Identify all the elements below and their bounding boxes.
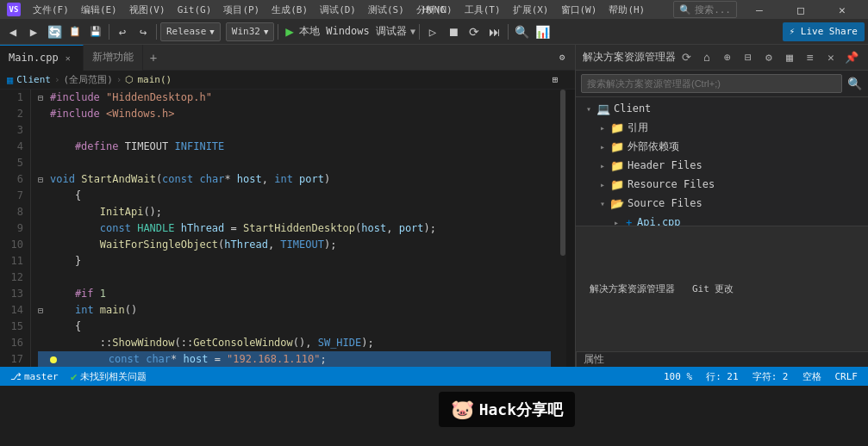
scrollbar-thumb[interactable] bbox=[560, 90, 565, 256]
tb-icon-1[interactable]: 🔄 bbox=[45, 22, 64, 41]
status-line[interactable]: 行: 21 bbox=[703, 367, 742, 386]
solution-tree[interactable]: ▾💻Client▸📁引用▸📁外部依赖项▸📁Header Files▸📁Resou… bbox=[576, 97, 868, 226]
token-fn: StartHiddenDesktop bbox=[243, 220, 355, 237]
panel-btn-add[interactable]: ⊕ bbox=[718, 48, 737, 67]
fold-icon-6[interactable]: ⊟ bbox=[38, 171, 48, 188]
breadcrumb-scope[interactable]: (全局范围) bbox=[64, 73, 113, 86]
run-dropdown[interactable]: ▼ bbox=[410, 27, 415, 36]
fold-icon-14[interactable]: ⊟ bbox=[38, 302, 48, 319]
tb-forward[interactable]: ▶ bbox=[24, 22, 43, 41]
status-ok-btn[interactable]: ✔ 未找到相关问题 bbox=[67, 367, 150, 386]
line-num-17: 17 bbox=[3, 351, 23, 367]
panel-header-actions: ⟳ ⌂ ⊕ ⊟ ⚙ ▦ ≡ ✕ 📌 bbox=[677, 48, 861, 67]
menu-编辑(E)[interactable]: 编辑(E) bbox=[76, 0, 122, 19]
breadcrumb-expand[interactable]: ⊞ bbox=[546, 71, 565, 90]
solution-bottom-tabs: 解决方案资源管理器 Git 更改 bbox=[576, 226, 868, 351]
zoom-level[interactable]: 100 % bbox=[660, 367, 696, 386]
tb-icon-9[interactable]: 📊 bbox=[533, 22, 552, 41]
panel-btn-collapse[interactable]: ⊟ bbox=[739, 48, 758, 67]
menu-测试(S)[interactable]: 测试(S) bbox=[363, 0, 409, 19]
tb-back[interactable]: ◀ bbox=[3, 22, 22, 41]
tree-item-headers[interactable]: ▸📁Header Files bbox=[576, 156, 868, 175]
minimap[interactable] bbox=[566, 90, 575, 367]
editor-scrollbar[interactable] bbox=[558, 90, 566, 367]
token-kw: const bbox=[162, 171, 193, 188]
tb-redo[interactable]: ↪ bbox=[134, 22, 153, 41]
menu-Git(G)[interactable]: Git(G) bbox=[172, 0, 217, 19]
chevron-headers[interactable]: ▸ bbox=[596, 159, 609, 171]
tab-new-features[interactable]: 新增功能 bbox=[84, 45, 143, 71]
menu-生成(B)[interactable]: 生成(B) bbox=[266, 0, 313, 19]
tree-item-api[interactable]: ▸＋Api.cpp bbox=[576, 213, 868, 226]
chevron-api[interactable]: ▸ bbox=[610, 216, 622, 226]
chevron-resources[interactable]: ▸ bbox=[596, 178, 609, 190]
git-branch-btn[interactable]: ⎇ master bbox=[7, 367, 62, 386]
panel-btn-sync[interactable]: ⟳ bbox=[677, 48, 696, 67]
tab-solution-explorer[interactable]: 解决方案资源管理器 bbox=[583, 281, 682, 297]
code-area[interactable]: ⊟ #include "HiddenDesktop.h"#include <Wi… bbox=[31, 90, 558, 367]
chevron-source[interactable]: ▾ bbox=[596, 197, 609, 209]
code-editor[interactable]: 12345678910111213141516171819202122 ⊟ #i… bbox=[0, 90, 575, 367]
tab-git-changes[interactable]: Git 更改 bbox=[685, 281, 741, 297]
token-op: ( bbox=[156, 171, 162, 188]
menu-调试(D)[interactable]: 调试(D) bbox=[315, 0, 361, 19]
breadcrumb-fn[interactable]: main() bbox=[137, 74, 172, 85]
menu-文件(F)[interactable]: 文件(F) bbox=[28, 0, 74, 19]
solution-search-input[interactable] bbox=[581, 74, 842, 93]
tb-icon-5[interactable]: ⏹ bbox=[444, 22, 463, 41]
git-icon: ⎇ bbox=[10, 371, 22, 382]
tree-item-extern[interactable]: ▸📁外部依赖项 bbox=[576, 137, 868, 156]
tb-icon-7[interactable]: ⏭ bbox=[485, 22, 504, 41]
chevron-client[interactable]: ▾ bbox=[583, 102, 595, 115]
tb-icon-4[interactable]: ▷ bbox=[423, 22, 442, 41]
panel-btn-filter[interactable]: ▦ bbox=[780, 48, 799, 67]
tree-item-resources[interactable]: ▸📁Resource Files bbox=[576, 175, 868, 194]
search-icon-btn[interactable]: 🔍 bbox=[846, 75, 863, 92]
breadcrumb-client[interactable]: Client bbox=[16, 74, 51, 85]
line-num-11: 11 bbox=[3, 253, 23, 269]
panel-btn-settings[interactable]: ⚙ bbox=[759, 48, 778, 67]
code-line-11: } bbox=[38, 253, 551, 269]
tb-undo[interactable]: ↩ bbox=[113, 22, 132, 41]
run-btn[interactable]: ▶ bbox=[282, 23, 297, 40]
menu-扩展(X)[interactable]: 扩展(X) bbox=[508, 0, 554, 19]
token-str: "HiddenDesktop.h" bbox=[100, 90, 212, 106]
tree-item-ref[interactable]: ▸📁引用 bbox=[576, 118, 868, 137]
token-op: (:: bbox=[175, 335, 194, 351]
menu-视图(V)[interactable]: 视图(V) bbox=[124, 0, 171, 19]
status-encoding[interactable]: CRLF bbox=[832, 367, 862, 386]
token-var: host bbox=[237, 171, 262, 188]
tb-icon-2[interactable]: 📋 bbox=[66, 22, 84, 41]
menu-项目(P)[interactable]: 项目(P) bbox=[218, 0, 265, 19]
status-indent[interactable]: 空格 bbox=[799, 367, 825, 386]
chevron-ref[interactable]: ▸ bbox=[596, 121, 609, 133]
maximize-btn[interactable]: □ bbox=[782, 0, 820, 19]
tb-icon-3[interactable]: 💾 bbox=[86, 22, 105, 41]
fold-icon-1[interactable]: ⊟ bbox=[38, 90, 48, 106]
minimize-btn[interactable]: — bbox=[740, 0, 778, 19]
tb-icon-6[interactable]: ⟳ bbox=[465, 22, 484, 41]
panel-btn-pin[interactable]: 📌 bbox=[842, 48, 861, 67]
search-box[interactable]: 🔍 搜索... bbox=[673, 1, 737, 18]
chevron-extern[interactable]: ▸ bbox=[596, 140, 609, 152]
sep-1 bbox=[109, 24, 109, 40]
config-dropdown[interactable]: Release ▼ bbox=[160, 22, 221, 41]
new-tab-btn[interactable]: + bbox=[143, 45, 164, 71]
tree-item-client[interactable]: ▾💻Client bbox=[576, 99, 868, 118]
platform-dropdown[interactable]: Win32 ▼ bbox=[226, 22, 275, 41]
tab-options-btn[interactable]: ⚙ bbox=[553, 48, 571, 67]
tab-main-cpp[interactable]: Main.cpp ✕ bbox=[0, 45, 84, 71]
panel-btn-properties[interactable]: ≡ bbox=[801, 48, 820, 67]
menu-窗口(W)[interactable]: 窗口(W) bbox=[556, 0, 603, 19]
menu-帮助(H)[interactable]: 帮助(H) bbox=[603, 0, 650, 19]
menu-工具(T)[interactable]: 工具(T) bbox=[459, 0, 506, 19]
panel-btn-close[interactable]: ✕ bbox=[821, 48, 840, 67]
tb-icon-8[interactable]: 🔍 bbox=[512, 22, 531, 41]
live-share-btn[interactable]: ⚡ Live Share bbox=[783, 22, 865, 41]
solution-explorer: 解决方案资源管理器 ⟳ ⌂ ⊕ ⊟ ⚙ ▦ ≡ ✕ 📌 🔍 bbox=[575, 45, 868, 367]
tab-main-cpp-close[interactable]: ✕ bbox=[62, 52, 74, 64]
panel-btn-home[interactable]: ⌂ bbox=[697, 48, 716, 67]
close-btn[interactable]: ✕ bbox=[823, 0, 861, 19]
status-col[interactable]: 字符: 2 bbox=[749, 367, 792, 386]
tree-item-source[interactable]: ▾📂Source Files bbox=[576, 194, 868, 213]
